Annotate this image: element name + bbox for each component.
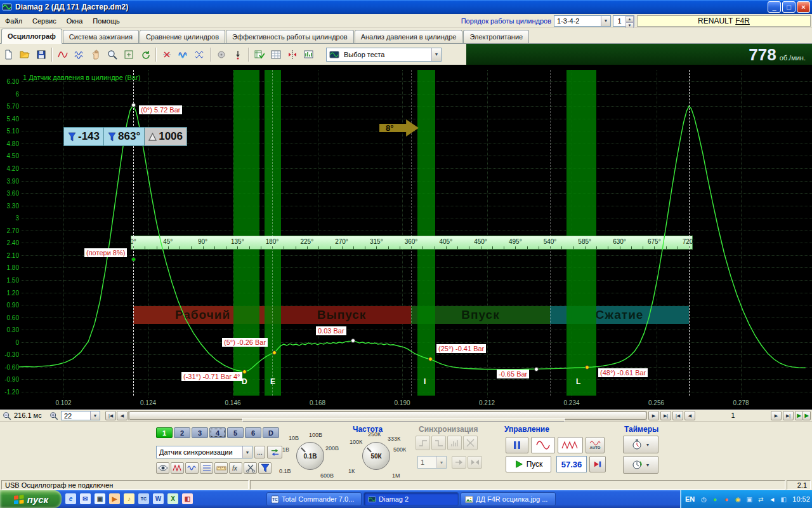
channel-button-6[interactable]: 6 <box>245 427 261 438</box>
chevron-down-icon[interactable]: ▼ <box>646 463 650 467</box>
hand-pan-icon[interactable] <box>88 47 103 62</box>
oscilloscope-chart[interactable]: 6.3065.705.405.104.804.504.203.903.603.3… <box>0 65 812 410</box>
excel-icon[interactable]: X <box>167 493 178 504</box>
outlook-express-icon[interactable]: ✉ <box>80 493 91 504</box>
channel-button-1[interactable]: 1 <box>156 427 173 438</box>
filter-icon[interactable] <box>258 462 272 474</box>
recorder-mode-button[interactable] <box>558 437 583 453</box>
sync-source-select[interactable]: Датчик синхронизации ▼ <box>156 446 252 458</box>
divisions-select[interactable]: 22 ▼ <box>61 411 100 420</box>
menu-windows[interactable]: Окна <box>62 15 88 27</box>
spin-up-icon[interactable]: ▲ <box>625 16 634 22</box>
channel-button-2[interactable]: 2 <box>174 427 190 438</box>
media-player-icon[interactable]: ▶ <box>109 493 120 504</box>
usb-device-tray-icon[interactable]: ⇄ <box>756 494 766 504</box>
cylinder-number-spinner[interactable]: 1 ▲▼ <box>613 15 634 27</box>
tab-cylinder-compare[interactable]: Сравнение цилиндров <box>140 30 225 43</box>
measure-cursor-line[interactable] <box>133 70 134 396</box>
drop-marker-icon[interactable] <box>230 47 246 62</box>
update-tray-icon[interactable]: ◉ <box>733 494 743 504</box>
frequency-knob[interactable]: 50К <box>362 442 390 470</box>
waveform-marker-dot[interactable] <box>428 357 433 361</box>
start-button[interactable]: Пуск <box>506 456 551 472</box>
taskbar-clock[interactable]: 10:52 <box>792 495 810 503</box>
test-select[interactable]: Выбор теста ▼ <box>326 48 442 62</box>
lines-blue-icon[interactable] <box>200 462 213 474</box>
grid-table-icon[interactable] <box>268 47 284 62</box>
table-check-icon[interactable] <box>252 47 267 62</box>
show-desktop-icon[interactable]: ▣ <box>95 493 105 504</box>
total-commander-icon[interactable]: TC <box>138 493 149 504</box>
waves-red-icon[interactable] <box>171 462 184 474</box>
refresh-icon[interactable] <box>138 47 153 62</box>
menu-service[interactable]: Сервис <box>27 15 62 27</box>
timer-1-button[interactable]: ▼ <box>623 436 658 453</box>
waveform-marker-dot[interactable] <box>534 367 539 371</box>
network-tray-icon[interactable]: ◧ <box>778 494 789 504</box>
chevron-down-icon[interactable]: ▼ <box>90 411 100 420</box>
channel-button-D[interactable]: D <box>263 427 279 438</box>
antivirus-tray-icon[interactable]: ● <box>710 494 720 504</box>
menu-file[interactable]: Файл <box>0 15 27 27</box>
menu-help[interactable]: Помощь <box>88 15 125 27</box>
split-waves-icon[interactable] <box>192 47 207 62</box>
zoom-in-icon[interactable] <box>48 411 60 420</box>
close-button[interactable]: × <box>797 1 810 13</box>
auto-mode-button[interactable]: AUTO <box>586 437 605 453</box>
paint-icon[interactable]: ◧ <box>182 493 193 504</box>
display-tray-icon[interactable]: ▣ <box>744 494 754 504</box>
swap-channels-button[interactable] <box>267 446 282 458</box>
timer-2-button[interactable]: ▼ <box>623 456 658 474</box>
maximize-button[interactable]: □ <box>782 1 796 13</box>
frame-next-button[interactable]: ▶ <box>771 411 782 420</box>
tab-power-supply[interactable]: Электропитание <box>463 30 529 43</box>
ruler-icon[interactable] <box>214 462 228 474</box>
fit-scale-icon[interactable] <box>121 47 136 62</box>
task-button-3[interactable]: ДД F4R осцилка.jpg ... <box>461 492 556 506</box>
waveform-marker-dot[interactable] <box>131 103 136 107</box>
split-cursor-icon[interactable] <box>285 47 300 62</box>
task-button-1[interactable]: TCTotal Commander 7.0... <box>266 492 362 506</box>
waveform-marker-dot[interactable] <box>242 370 247 374</box>
eye-icon[interactable] <box>156 462 169 474</box>
chevron-down-icon[interactable]: ▼ <box>436 457 446 468</box>
winamp-icon[interactable]: ♪ <box>124 493 134 504</box>
frame-first-button[interactable]: |◀ <box>672 411 683 420</box>
waveform-marker-dot[interactable] <box>131 257 136 262</box>
play-fast-button[interactable]: ▶ <box>802 411 811 420</box>
channel-button-5[interactable]: 5 <box>227 427 244 438</box>
more-options-button[interactable]: ... <box>254 446 265 458</box>
spin-down-icon[interactable]: ▼ <box>625 22 634 29</box>
scroll-left-button[interactable]: ◀ <box>117 411 128 420</box>
open-folder-icon[interactable] <box>17 47 32 62</box>
zoom-icon[interactable] <box>105 47 120 62</box>
fx-icon[interactable]: fx <box>229 462 242 474</box>
scroll-start-button[interactable]: |◀ <box>105 411 116 420</box>
language-indicator[interactable]: EN <box>685 495 695 503</box>
scissors-icon[interactable] <box>244 462 257 474</box>
waveform-marker-dot[interactable] <box>585 365 589 370</box>
scroll-end-button[interactable]: ▶| <box>660 411 671 420</box>
overlay-waves-icon[interactable] <box>176 47 191 62</box>
scroll-right-button[interactable]: ▶ <box>648 411 659 420</box>
zoom-out-icon[interactable] <box>1 411 13 420</box>
save-icon[interactable] <box>34 47 49 62</box>
clear-signal-icon[interactable] <box>159 47 174 62</box>
signal-red-icon[interactable] <box>55 47 70 62</box>
internet-explorer-icon[interactable]: e <box>65 493 76 504</box>
pause-button[interactable] <box>506 437 528 453</box>
channel-button-4[interactable]: 4 <box>209 427 226 438</box>
record-button[interactable] <box>589 456 606 472</box>
measure-cursor-line[interactable] <box>689 70 690 396</box>
cylinder-order-select[interactable]: 1-3-4-2 ▼ <box>554 15 611 27</box>
chevron-down-icon[interactable]: ▼ <box>431 48 441 61</box>
chevron-down-icon[interactable]: ▼ <box>601 16 610 26</box>
waves-blue-icon[interactable] <box>185 462 199 474</box>
panel-resize-grip[interactable] <box>242 418 565 422</box>
new-file-icon[interactable] <box>1 47 16 62</box>
chevron-down-icon[interactable]: ▼ <box>242 446 252 458</box>
channel-button-3[interactable]: 3 <box>192 427 208 438</box>
voltage-range-knob[interactable]: 0.1В <box>296 442 324 470</box>
minimize-button[interactable]: _ <box>768 1 781 13</box>
signal-blue-icon[interactable] <box>72 47 87 62</box>
